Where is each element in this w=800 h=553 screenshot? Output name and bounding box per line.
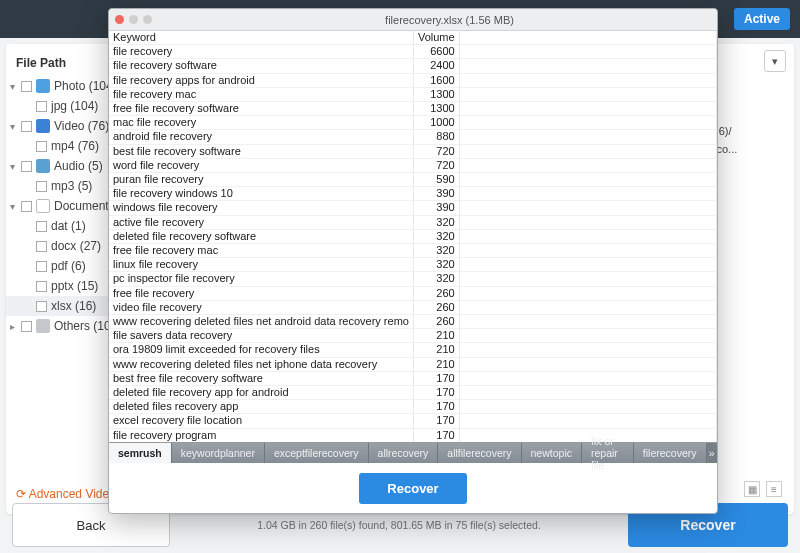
table-row[interactable]: excel recovery file location170 <box>109 414 717 428</box>
checkbox[interactable] <box>21 321 32 332</box>
sheet-tab[interactable]: filerecovery <box>634 443 707 463</box>
cell-volume: 390 <box>413 201 459 215</box>
table-row[interactable]: www recovering deleted files net iphone … <box>109 357 717 371</box>
table-row[interactable]: video file recovery260 <box>109 300 717 314</box>
cell-volume: 210 <box>413 343 459 357</box>
sheet-tab[interactable]: keywordplanner <box>172 443 265 463</box>
table-row[interactable]: file recovery software2400 <box>109 59 717 73</box>
spreadsheet-view[interactable]: KeywordVolumefile recovery6600file recov… <box>109 31 717 443</box>
checkbox[interactable] <box>36 141 47 152</box>
cell-keyword: free file recovery mac <box>109 244 413 258</box>
table-row[interactable]: deleted file recovery app for android170 <box>109 386 717 400</box>
cell-keyword: file recovery mac <box>109 87 413 101</box>
chevron-down-icon[interactable]: ▸ <box>10 321 20 332</box>
view-list-icon[interactable]: ≡ <box>766 481 782 497</box>
table-row[interactable]: deleted files recovery app170 <box>109 400 717 414</box>
maximize-icon[interactable] <box>143 15 152 24</box>
table-row[interactable]: mac file recovery1000 <box>109 116 717 130</box>
close-icon[interactable] <box>115 15 124 24</box>
checkbox[interactable] <box>36 281 47 292</box>
cell-volume: 320 <box>413 215 459 229</box>
col-header-keyword: Keyword <box>109 31 413 45</box>
table-row[interactable]: active file recovery320 <box>109 215 717 229</box>
tabs-more-icon[interactable]: » <box>707 443 717 463</box>
cell-volume: 210 <box>413 357 459 371</box>
checkbox[interactable] <box>36 221 47 232</box>
cell-volume: 2400 <box>413 59 459 73</box>
checkbox[interactable] <box>21 161 32 172</box>
table-row[interactable]: android file recovery880 <box>109 130 717 144</box>
table-row[interactable]: word file recovery720 <box>109 158 717 172</box>
cell-volume: 170 <box>413 414 459 428</box>
table-row[interactable]: linux file recovery320 <box>109 258 717 272</box>
tree-node-label: xlsx (16) <box>51 299 96 313</box>
table-row[interactable]: best file recovery software720 <box>109 144 717 158</box>
cell-volume: 590 <box>413 173 459 187</box>
minimize-icon[interactable] <box>129 15 138 24</box>
cell-volume: 210 <box>413 329 459 343</box>
table-row[interactable]: file recovery mac1300 <box>109 87 717 101</box>
chevron-down-icon[interactable]: ▾ <box>10 161 20 172</box>
cell-volume: 320 <box>413 229 459 243</box>
table-row[interactable]: file recovery program170 <box>109 428 717 442</box>
sheet-tab[interactable]: semrush <box>109 443 172 463</box>
cell-keyword: ora 19809 limit exceeded for recovery fi… <box>109 343 413 357</box>
sheet-tab[interactable]: exceptfilerecovery <box>265 443 369 463</box>
cell-keyword: windows file recovery <box>109 201 413 215</box>
cell-volume: 1300 <box>413 87 459 101</box>
tree-node-label: mp3 (5) <box>51 179 92 193</box>
checkbox[interactable] <box>36 261 47 272</box>
cell-volume: 320 <box>413 272 459 286</box>
chevron-down-icon[interactable]: ▾ <box>10 121 20 132</box>
table-row[interactable]: file recovery6600 <box>109 45 717 59</box>
table-row[interactable]: puran file recovery590 <box>109 173 717 187</box>
table-row[interactable]: www recovering deleted files net android… <box>109 315 717 329</box>
table-row[interactable]: free file recovery260 <box>109 286 717 300</box>
table-row[interactable]: free file recovery mac320 <box>109 244 717 258</box>
table-row[interactable]: ora 19809 limit exceeded for recovery fi… <box>109 343 717 357</box>
table-row[interactable]: file recovery windows 10390 <box>109 187 717 201</box>
sheet-tab[interactable]: allrecovery <box>369 443 439 463</box>
checkbox[interactable] <box>36 241 47 252</box>
table-row[interactable]: free file recovery software1300 <box>109 102 717 116</box>
table-row[interactable]: best free file recovery software170 <box>109 371 717 385</box>
cell-keyword: puran file recovery <box>109 173 413 187</box>
filter-icon[interactable]: ▾ <box>764 50 786 72</box>
chevron-down-icon[interactable]: ▾ <box>10 201 20 212</box>
view-grid-icon[interactable]: ▦ <box>744 481 760 497</box>
sheet-tab[interactable]: fix or repair file <box>582 443 634 463</box>
checkbox[interactable] <box>21 121 32 132</box>
cell-keyword: file recovery software <box>109 59 413 73</box>
cell-volume: 6600 <box>413 45 459 59</box>
tree-node-label: Audio (5) <box>54 159 103 173</box>
preview-titlebar: filerecovery.xlsx (1.56 MB) <box>109 9 717 31</box>
cell-keyword: free file recovery software <box>109 102 413 116</box>
window-controls <box>115 15 152 24</box>
view-toggle: ▦ ≡ <box>744 481 782 497</box>
checkbox[interactable] <box>21 81 32 92</box>
sheet-tabs: semrushkeywordplannerexceptfilerecoverya… <box>109 443 717 463</box>
table-row[interactable]: windows file recovery390 <box>109 201 717 215</box>
table-row[interactable]: file recovery apps for android1600 <box>109 73 717 87</box>
checkbox[interactable] <box>21 201 32 212</box>
chevron-down-icon[interactable]: ▾ <box>10 81 20 92</box>
table-row[interactable]: deleted file recovery software320 <box>109 229 717 243</box>
checkbox[interactable] <box>36 181 47 192</box>
table-row[interactable]: pc inspector file recovery320 <box>109 272 717 286</box>
cell-keyword: best file recovery software <box>109 144 413 158</box>
checkbox[interactable] <box>36 301 47 312</box>
cell-volume: 1300 <box>413 102 459 116</box>
cell-volume: 260 <box>413 300 459 314</box>
active-badge[interactable]: Active <box>734 8 790 30</box>
col-header-volume: Volume <box>413 31 459 45</box>
cell-keyword: deleted files recovery app <box>109 400 413 414</box>
sheet-tab[interactable]: allfilerecovery <box>438 443 521 463</box>
checkbox[interactable] <box>36 101 47 112</box>
tree-node-label: pptx (15) <box>51 279 98 293</box>
cell-volume: 170 <box>413 386 459 400</box>
cell-keyword: file recovery program <box>109 428 413 442</box>
table-row[interactable]: file savers data recovery210 <box>109 329 717 343</box>
tree-node-label: Others (10) <box>54 319 115 333</box>
preview-recover-button[interactable]: Recover <box>359 473 466 504</box>
sheet-tab[interactable]: newtopic <box>522 443 582 463</box>
